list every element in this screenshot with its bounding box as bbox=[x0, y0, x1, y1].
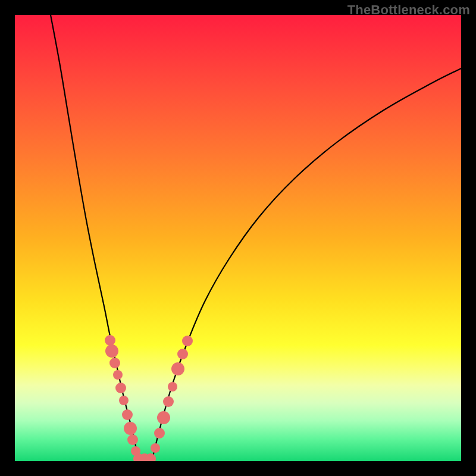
marker-dot bbox=[168, 382, 177, 392]
marker-dot bbox=[113, 370, 123, 380]
marker-dot bbox=[105, 335, 115, 346]
marker-dot bbox=[115, 383, 126, 393]
marker-dot bbox=[157, 411, 170, 424]
marker-dot bbox=[122, 409, 133, 420]
marker-dot bbox=[127, 434, 138, 445]
marker-dot bbox=[177, 349, 188, 359]
curve-left bbox=[51, 15, 139, 461]
marker-dot bbox=[105, 345, 118, 358]
marker-dot bbox=[171, 362, 184, 375]
marker-dot bbox=[163, 396, 174, 407]
marker-dot bbox=[119, 396, 129, 405]
marker-dot bbox=[182, 336, 193, 346]
marker-dot bbox=[124, 422, 137, 435]
chart-plot-area bbox=[15, 15, 461, 461]
watermark-text: TheBottleneck.com bbox=[347, 2, 470, 18]
marker-dot bbox=[154, 428, 165, 439]
chart-svg bbox=[15, 15, 461, 461]
curve-right bbox=[152, 68, 461, 461]
marker-dot bbox=[109, 358, 120, 368]
marker-dot bbox=[151, 443, 160, 453]
marker-layer bbox=[105, 335, 193, 461]
